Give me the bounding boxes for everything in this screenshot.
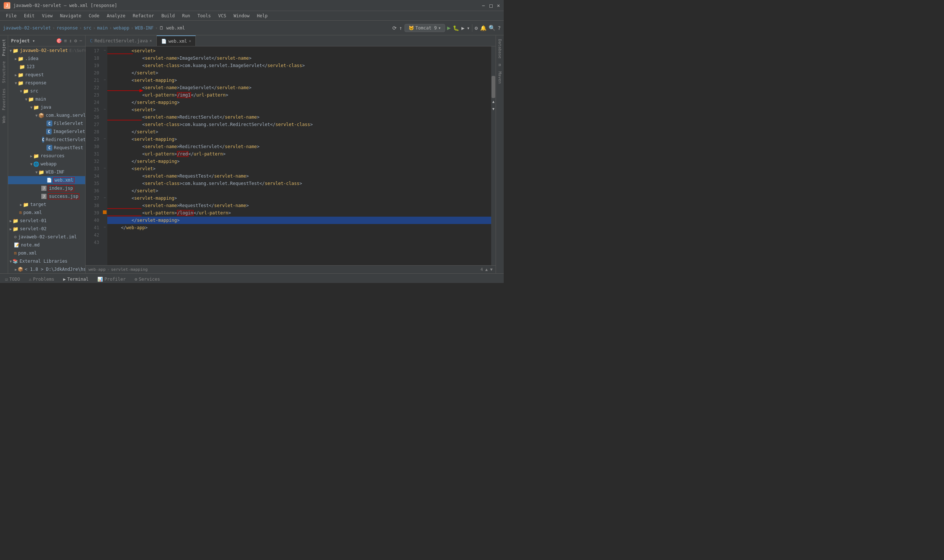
- code-line-35[interactable]: <servlet-class>com.kuang.servlet.Request…: [107, 180, 491, 187]
- tree-item-iml[interactable]: ⚙ javaweb-02-servlet.iml: [8, 233, 85, 241]
- window-controls[interactable]: − □ ×: [482, 3, 500, 8]
- tree-item-redirectservlet[interactable]: C RedirectServlet: [8, 135, 85, 144]
- code-line-20[interactable]: </servlet>: [107, 69, 491, 77]
- sidebar-collapse-icon[interactable]: ≡: [64, 38, 67, 43]
- sidebar-hide-icon[interactable]: −: [79, 38, 82, 43]
- breadcrumb-main[interactable]: main: [97, 25, 108, 31]
- menu-refactor[interactable]: Refactor: [130, 12, 157, 19]
- tree-item-idea[interactable]: ▶ 📁 .idea: [8, 54, 85, 63]
- code-line-27[interactable]: <servlet-class>com.kuang.servlet.Redirec…: [107, 121, 491, 128]
- tomcat-run-config[interactable]: 🐱 Tomcat 9 ▾: [404, 24, 445, 32]
- scrollbar-thumb[interactable]: [492, 76, 495, 98]
- tab-m[interactable]: m: [496, 62, 503, 69]
- code-line-33[interactable]: <servlet>: [107, 165, 491, 172]
- breadcrumb-servletmapping-label[interactable]: servlet-mapping: [111, 267, 148, 272]
- fold-29[interactable]: −: [102, 135, 107, 142]
- code-line-42[interactable]: [107, 231, 491, 239]
- tree-item-request[interactable]: ▶ 📁 request: [8, 71, 85, 79]
- run-button[interactable]: ▶: [447, 24, 451, 31]
- code-line-41[interactable]: </web-app>: [107, 224, 491, 231]
- menu-file[interactable]: File: [3, 12, 20, 19]
- debug-button[interactable]: 🐛: [453, 25, 459, 31]
- menu-edit[interactable]: Edit: [21, 12, 38, 19]
- menu-vcs[interactable]: VCS: [215, 12, 229, 19]
- tree-item-notemd[interactable]: 📝 note.md: [8, 241, 85, 249]
- tree-item-jdk[interactable]: ▶ 📦 < 1.8 > D:\JdkAndJre\hspjdk8: [8, 265, 85, 273]
- code-line-40[interactable]: </servlet-mapping>: [107, 217, 491, 224]
- code-line-18[interactable]: <servlet-name>ImageServlet</servlet-name…: [107, 54, 491, 62]
- tree-item-pomxml-root[interactable]: m pom.xml: [8, 249, 85, 257]
- breadcrumb-webxml[interactable]: 🗒 web.xml: [159, 25, 185, 31]
- scroll-up[interactable]: ▲: [491, 100, 495, 103]
- bottom-tab-todo[interactable]: ☑ TODO: [3, 276, 22, 283]
- tab-database[interactable]: Database: [496, 37, 503, 61]
- tree-item-imageservlet[interactable]: C ImageServlet: [8, 128, 85, 135]
- menu-run[interactable]: Run: [179, 12, 193, 19]
- breadcrumb-webapp-label[interactable]: web-app: [88, 267, 105, 272]
- more-run-icon[interactable]: ▾: [467, 25, 470, 31]
- code-line-38[interactable]: <servlet-name>RequestTest</servlet-name>: [107, 202, 491, 209]
- tab-webxml[interactable]: 📄 web.xml ×: [157, 35, 196, 46]
- fold-41[interactable]: −: [102, 223, 107, 231]
- code-line-39[interactable]: <url-pattern>/login</url-pattern>: [107, 209, 491, 217]
- code-line-29[interactable]: <servlet-mapping>: [107, 135, 491, 143]
- close-button[interactable]: ×: [497, 3, 500, 8]
- code-line-30[interactable]: <servlet-name>RedirectServlet</servlet-n…: [107, 143, 491, 150]
- sidebar-settings-icon[interactable]: ⚙: [74, 38, 77, 43]
- tab-maven[interactable]: Maven: [496, 69, 503, 86]
- bottom-tab-services[interactable]: ⚙ Services: [133, 276, 162, 283]
- tree-item-project[interactable]: ▼ 📁 javaweb-02-servlet E:\Software\IDEA\…: [8, 46, 85, 54]
- menu-analyze[interactable]: Analyze: [103, 12, 128, 19]
- code-line-23[interactable]: <url-pattern>/img1</url-pattern>: [107, 91, 491, 99]
- sidebar-sort-icon[interactable]: ↕: [69, 38, 72, 43]
- fold-25[interactable]: −: [102, 105, 107, 113]
- tree-item-package[interactable]: ▼ 📦 com.kuang.servlet: [8, 111, 85, 119]
- help-icon[interactable]: ?: [498, 25, 501, 31]
- fold-21[interactable]: −: [102, 76, 107, 83]
- sidebar-locate-icon[interactable]: 🎯: [56, 38, 62, 43]
- breadcrumb-webinf[interactable]: WEB-INF: [135, 25, 154, 31]
- search-button[interactable]: 🔍: [489, 25, 495, 31]
- fold-17[interactable]: −: [102, 46, 107, 54]
- settings-icon[interactable]: ⚙: [475, 25, 478, 31]
- tab-web[interactable]: Web: [0, 114, 8, 125]
- code-line-37[interactable]: <servlet-mapping>: [107, 194, 491, 202]
- tree-item-successjsp[interactable]: J success.jsp: [8, 192, 85, 200]
- tree-item-main[interactable]: ▼ 📁 main: [8, 95, 85, 103]
- tomcat-dropdown-icon[interactable]: ▾: [438, 25, 441, 31]
- fold-33[interactable]: −: [102, 164, 107, 172]
- bottom-tab-problems[interactable]: ⚠ Problems: [26, 276, 56, 283]
- tree-item-java[interactable]: ▼ 📁 java: [8, 103, 85, 111]
- tree-item-123[interactable]: 📁 123: [8, 63, 85, 71]
- bottom-tab-terminal[interactable]: ▶ Terminal: [61, 276, 91, 283]
- code-line-31[interactable]: <url-pattern>/red</url-pattern>: [107, 150, 491, 158]
- menu-build[interactable]: Build: [159, 12, 178, 19]
- tree-item-response[interactable]: ▼ 📁 response: [8, 79, 85, 87]
- tab-webxml-close[interactable]: ×: [189, 39, 191, 43]
- tree-item-servlet01[interactable]: ▶ 📁 servlet-01: [8, 217, 85, 225]
- menu-view[interactable]: View: [39, 12, 56, 19]
- code-line-21[interactable]: <servlet-mapping>: [107, 77, 491, 84]
- tree-item-src[interactable]: ▼ 📁 src: [8, 87, 85, 95]
- menu-tools[interactable]: Tools: [195, 12, 214, 19]
- tree-item-extlibs[interactable]: ▼ 📚 External Libraries: [8, 257, 85, 265]
- tree-item-target[interactable]: ▶ 📁 target: [8, 200, 85, 209]
- menu-window[interactable]: Window: [230, 12, 252, 19]
- tree-item-indexjsp[interactable]: J index.jsp: [8, 184, 85, 192]
- breadcrumb-src[interactable]: src: [83, 25, 91, 31]
- scroll-down[interactable]: ▼: [491, 107, 495, 111]
- menu-code[interactable]: Code: [86, 12, 102, 19]
- code-line-24[interactable]: </servlet-mapping>: [107, 99, 491, 106]
- tab-favorites[interactable]: Favorites: [0, 86, 8, 113]
- tab-project[interactable]: Project: [0, 37, 8, 58]
- breadcrumb-webapp[interactable]: webapp: [113, 25, 129, 31]
- tree-item-requesttest[interactable]: C RequestTest: [8, 144, 85, 152]
- code-line-22[interactable]: <servlet-name>ImageServlet</servlet-name…: [107, 84, 491, 91]
- code-line-28[interactable]: </servlet>: [107, 128, 491, 135]
- code-line-25[interactable]: <servlet>: [107, 106, 491, 114]
- vcs-push-icon[interactable]: ↑: [399, 25, 402, 31]
- tree-item-webxml[interactable]: 📄 web.xml: [8, 176, 85, 184]
- code-line-32[interactable]: </servlet-mapping>: [107, 158, 491, 165]
- tree-item-pomxml-response[interactable]: m pom.xml: [8, 209, 85, 217]
- code-line-19[interactable]: <servlet-class>com.kuang.servlet.ImageSe…: [107, 62, 491, 69]
